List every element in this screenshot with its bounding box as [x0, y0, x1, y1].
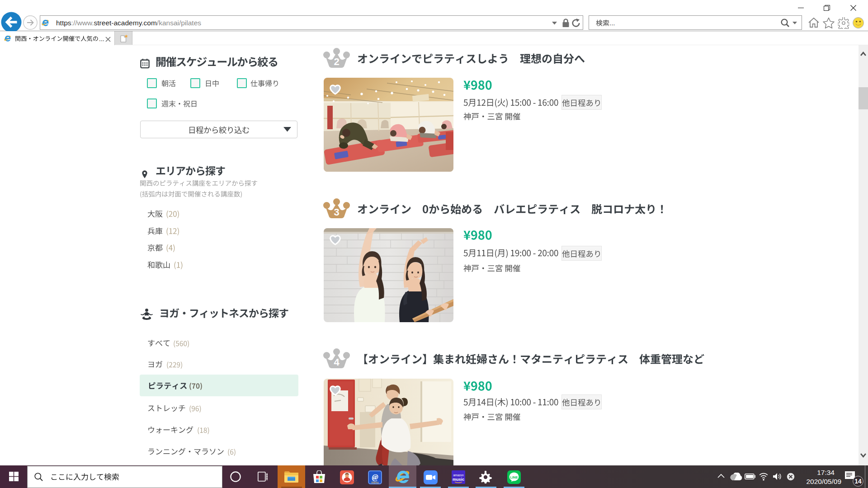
svg-text:4: 4: [334, 357, 340, 368]
svg-text:amazon: amazon: [453, 474, 464, 477]
svg-text:3: 3: [334, 206, 339, 218]
svg-text:14: 14: [854, 478, 862, 485]
svg-text:LINE: LINE: [510, 475, 518, 479]
svg-text:2: 2: [334, 56, 339, 67]
svg-text:music: music: [453, 477, 464, 482]
svg-text:menu: menu: [371, 481, 379, 484]
svg-text:@: @: [372, 473, 378, 481]
